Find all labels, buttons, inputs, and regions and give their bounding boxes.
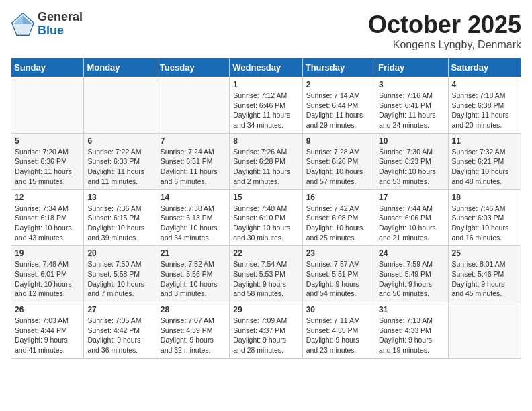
day-info: Sunrise: 7:50 AM Sunset: 5:58 PM Dayligh… bbox=[87, 259, 152, 299]
day-number: 25 bbox=[452, 248, 517, 258]
column-header-thursday: Thursday bbox=[302, 58, 375, 77]
calendar-cell: 4Sunrise: 7:18 AM Sunset: 6:38 PM Daylig… bbox=[448, 77, 521, 134]
day-number: 26 bbox=[15, 305, 80, 314]
day-number: 21 bbox=[161, 248, 226, 258]
calendar-cell: 12Sunrise: 7:34 AM Sunset: 6:18 PM Dayli… bbox=[11, 189, 84, 246]
day-info: Sunrise: 7:18 AM Sunset: 6:38 PM Dayligh… bbox=[452, 91, 517, 130]
day-info: Sunrise: 7:24 AM Sunset: 6:31 PM Dayligh… bbox=[161, 147, 226, 187]
column-header-monday: Monday bbox=[84, 58, 157, 77]
day-info: Sunrise: 7:48 AM Sunset: 6:01 PM Dayligh… bbox=[15, 259, 80, 299]
calendar-cell: 25Sunrise: 8:01 AM Sunset: 5:46 PM Dayli… bbox=[448, 246, 521, 302]
day-info: Sunrise: 7:36 AM Sunset: 6:15 PM Dayligh… bbox=[87, 203, 152, 243]
day-number: 13 bbox=[87, 193, 152, 202]
calendar-cell bbox=[448, 302, 521, 359]
day-number: 11 bbox=[452, 136, 517, 146]
column-header-friday: Friday bbox=[375, 58, 448, 77]
calendar-cell: 3Sunrise: 7:16 AM Sunset: 6:41 PM Daylig… bbox=[375, 77, 448, 134]
calendar-cell: 31Sunrise: 7:13 AM Sunset: 4:33 PM Dayli… bbox=[375, 302, 448, 359]
logo-general-text: General bbox=[38, 11, 83, 24]
day-number: 4 bbox=[452, 80, 517, 89]
day-info: Sunrise: 7:03 AM Sunset: 4:44 PM Dayligh… bbox=[15, 316, 80, 355]
calendar-cell: 23Sunrise: 7:57 AM Sunset: 5:51 PM Dayli… bbox=[302, 246, 375, 302]
day-number: 1 bbox=[233, 80, 298, 89]
calendar-cell bbox=[157, 77, 229, 134]
day-number: 22 bbox=[233, 248, 298, 258]
calendar-week-row: 5Sunrise: 7:20 AM Sunset: 6:36 PM Daylig… bbox=[11, 133, 521, 189]
calendar-cell: 26Sunrise: 7:03 AM Sunset: 4:44 PM Dayli… bbox=[11, 302, 84, 359]
day-info: Sunrise: 7:40 AM Sunset: 6:10 PM Dayligh… bbox=[233, 203, 298, 243]
day-info: Sunrise: 7:52 AM Sunset: 5:56 PM Dayligh… bbox=[161, 259, 226, 299]
day-number: 18 bbox=[452, 193, 517, 202]
calendar-cell: 29Sunrise: 7:09 AM Sunset: 4:37 PM Dayli… bbox=[230, 302, 302, 359]
calendar-cell: 22Sunrise: 7:54 AM Sunset: 5:53 PM Dayli… bbox=[230, 246, 302, 302]
calendar-cell bbox=[11, 77, 84, 134]
day-number: 23 bbox=[306, 248, 371, 258]
day-number: 14 bbox=[161, 193, 226, 202]
day-info: Sunrise: 7:05 AM Sunset: 4:42 PM Dayligh… bbox=[87, 316, 152, 355]
day-number: 19 bbox=[15, 248, 80, 258]
day-number: 28 bbox=[161, 305, 226, 314]
calendar-week-row: 12Sunrise: 7:34 AM Sunset: 6:18 PM Dayli… bbox=[11, 189, 521, 246]
day-info: Sunrise: 7:07 AM Sunset: 4:39 PM Dayligh… bbox=[161, 316, 226, 355]
page-header: General Blue October 2025 Kongens Lyngby… bbox=[11, 11, 521, 51]
calendar-week-row: 19Sunrise: 7:48 AM Sunset: 6:01 PM Dayli… bbox=[11, 246, 521, 302]
calendar-cell: 6Sunrise: 7:22 AM Sunset: 6:33 PM Daylig… bbox=[84, 133, 157, 189]
calendar-cell: 15Sunrise: 7:40 AM Sunset: 6:10 PM Dayli… bbox=[230, 189, 302, 246]
month-title: October 2025 bbox=[368, 11, 521, 39]
logo-blue-text: Blue bbox=[38, 24, 83, 38]
calendar-cell: 1Sunrise: 7:12 AM Sunset: 6:46 PM Daylig… bbox=[230, 77, 302, 134]
day-number: 2 bbox=[306, 80, 371, 89]
calendar-week-row: 1Sunrise: 7:12 AM Sunset: 6:46 PM Daylig… bbox=[11, 77, 521, 134]
day-number: 16 bbox=[306, 193, 371, 202]
calendar-cell: 8Sunrise: 7:26 AM Sunset: 6:28 PM Daylig… bbox=[230, 133, 302, 189]
calendar-cell: 11Sunrise: 7:32 AM Sunset: 6:21 PM Dayli… bbox=[448, 133, 521, 189]
day-number: 27 bbox=[87, 305, 152, 314]
calendar-cell: 18Sunrise: 7:46 AM Sunset: 6:03 PM Dayli… bbox=[448, 189, 521, 246]
day-info: Sunrise: 7:22 AM Sunset: 6:33 PM Dayligh… bbox=[87, 147, 152, 187]
day-info: Sunrise: 7:42 AM Sunset: 6:08 PM Dayligh… bbox=[306, 203, 371, 243]
day-number: 31 bbox=[379, 305, 444, 314]
column-header-saturday: Saturday bbox=[448, 58, 521, 77]
day-number: 30 bbox=[306, 305, 371, 314]
day-info: Sunrise: 7:12 AM Sunset: 6:46 PM Dayligh… bbox=[233, 91, 298, 130]
day-number: 3 bbox=[379, 80, 444, 89]
calendar-cell: 14Sunrise: 7:38 AM Sunset: 6:13 PM Dayli… bbox=[157, 189, 229, 246]
calendar-cell: 20Sunrise: 7:50 AM Sunset: 5:58 PM Dayli… bbox=[84, 246, 157, 302]
calendar-cell: 16Sunrise: 7:42 AM Sunset: 6:08 PM Dayli… bbox=[302, 189, 375, 246]
calendar-week-row: 26Sunrise: 7:03 AM Sunset: 4:44 PM Dayli… bbox=[11, 302, 521, 359]
day-number: 5 bbox=[15, 136, 80, 146]
calendar-cell: 10Sunrise: 7:30 AM Sunset: 6:23 PM Dayli… bbox=[375, 133, 448, 189]
day-info: Sunrise: 7:16 AM Sunset: 6:41 PM Dayligh… bbox=[379, 91, 444, 130]
calendar-cell: 28Sunrise: 7:07 AM Sunset: 4:39 PM Dayli… bbox=[157, 302, 229, 359]
day-info: Sunrise: 7:14 AM Sunset: 6:44 PM Dayligh… bbox=[306, 91, 371, 130]
calendar-cell: 2Sunrise: 7:14 AM Sunset: 6:44 PM Daylig… bbox=[302, 77, 375, 134]
calendar-cell: 5Sunrise: 7:20 AM Sunset: 6:36 PM Daylig… bbox=[11, 133, 84, 189]
calendar-cell: 27Sunrise: 7:05 AM Sunset: 4:42 PM Dayli… bbox=[84, 302, 157, 359]
calendar-cell: 19Sunrise: 7:48 AM Sunset: 6:01 PM Dayli… bbox=[11, 246, 84, 302]
location-title: Kongens Lyngby, Denmark bbox=[368, 39, 521, 51]
day-number: 24 bbox=[379, 248, 444, 258]
day-info: Sunrise: 7:28 AM Sunset: 6:26 PM Dayligh… bbox=[306, 147, 371, 187]
calendar-cell: 21Sunrise: 7:52 AM Sunset: 5:56 PM Dayli… bbox=[157, 246, 229, 302]
day-number: 20 bbox=[87, 248, 152, 258]
day-info: Sunrise: 7:54 AM Sunset: 5:53 PM Dayligh… bbox=[233, 259, 298, 299]
day-number: 9 bbox=[306, 136, 371, 146]
column-header-wednesday: Wednesday bbox=[230, 58, 302, 77]
calendar-table: SundayMondayTuesdayWednesdayThursdayFrid… bbox=[11, 58, 521, 359]
day-number: 29 bbox=[233, 305, 298, 314]
day-info: Sunrise: 7:34 AM Sunset: 6:18 PM Dayligh… bbox=[15, 203, 80, 243]
day-number: 12 bbox=[15, 193, 80, 202]
logo-icon bbox=[11, 12, 35, 36]
day-info: Sunrise: 8:01 AM Sunset: 5:46 PM Dayligh… bbox=[452, 259, 517, 299]
calendar-cell bbox=[84, 77, 157, 134]
title-block: October 2025 Kongens Lyngby, Denmark bbox=[368, 11, 521, 51]
day-number: 15 bbox=[233, 193, 298, 202]
day-info: Sunrise: 7:32 AM Sunset: 6:21 PM Dayligh… bbox=[452, 147, 517, 187]
column-header-sunday: Sunday bbox=[11, 58, 84, 77]
day-info: Sunrise: 7:38 AM Sunset: 6:13 PM Dayligh… bbox=[161, 203, 226, 243]
day-info: Sunrise: 7:44 AM Sunset: 6:06 PM Dayligh… bbox=[379, 203, 444, 243]
logo-text: General Blue bbox=[38, 11, 83, 38]
calendar-cell: 13Sunrise: 7:36 AM Sunset: 6:15 PM Dayli… bbox=[84, 189, 157, 246]
calendar-cell: 7Sunrise: 7:24 AM Sunset: 6:31 PM Daylig… bbox=[157, 133, 229, 189]
day-info: Sunrise: 7:13 AM Sunset: 4:33 PM Dayligh… bbox=[379, 316, 444, 355]
